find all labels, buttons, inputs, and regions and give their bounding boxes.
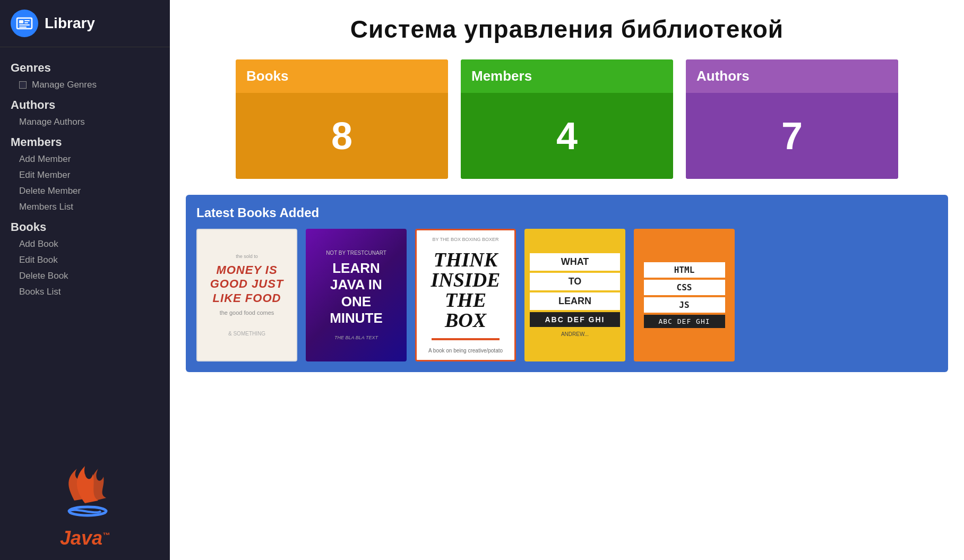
book3-line bbox=[432, 338, 500, 340]
latest-books-section: Latest Books Added the sold to MONEY IS … bbox=[186, 195, 948, 372]
book4-row-2: TO bbox=[530, 273, 620, 290]
nav-item-delete-member[interactable]: Delete Member bbox=[0, 183, 170, 199]
nav-item-members-list[interactable]: Members List bbox=[0, 199, 170, 215]
book4-author-sub: ANDREW... bbox=[561, 331, 589, 337]
svg-rect-1 bbox=[19, 20, 23, 23]
stats-section: Books 8 Members 4 Authors 7 bbox=[170, 54, 964, 195]
nav-item-manage-authors[interactable]: Manage Authors bbox=[0, 114, 170, 130]
nav-item-manage-genres[interactable]: Manage Genres bbox=[0, 77, 170, 93]
book-cover-2[interactable]: NOT BY TRESTCUNART LEARN JAVA IN ONE MIN… bbox=[306, 229, 407, 361]
book-cover-3[interactable]: BY THE BOX BOXING BOXER THINKINSIDETHE B… bbox=[415, 229, 516, 361]
stat-card-authors[interactable]: Authors 7 bbox=[686, 59, 898, 179]
nav-section-authors[interactable]: Authors bbox=[0, 93, 170, 114]
logo-icon bbox=[11, 10, 38, 37]
book2-pretitle: NOT BY TRESTCUNART bbox=[326, 250, 386, 256]
nav-item-edit-member[interactable]: Edit Member bbox=[0, 167, 170, 183]
stat-card-books-header: Books bbox=[236, 59, 448, 93]
book-cover-5[interactable]: HTML CSS JS ABC DEF GHI bbox=[634, 229, 735, 361]
book5-row-1: HTML bbox=[644, 262, 725, 278]
stat-members-count: 4 bbox=[556, 114, 578, 158]
nav-item-add-member[interactable]: Add Member bbox=[0, 151, 170, 167]
java-flame-svg bbox=[42, 453, 127, 527]
book4-row-1: WHAT bbox=[530, 253, 620, 271]
book5-author-dark: ABC DEF GHI bbox=[644, 315, 725, 328]
svg-rect-3 bbox=[24, 22, 28, 23]
stat-card-members-header: Members bbox=[461, 59, 673, 93]
nav-section-genres[interactable]: Genres bbox=[0, 56, 170, 77]
nav-item-add-book[interactable]: Add Book bbox=[0, 236, 170, 252]
nav-section-books[interactable]: Books bbox=[0, 215, 170, 236]
nav-item-books-list[interactable]: Books List bbox=[0, 284, 170, 300]
book1-subtitle: the good food comes bbox=[220, 309, 274, 316]
svg-rect-2 bbox=[24, 20, 30, 21]
stat-card-authors-body: 7 bbox=[686, 93, 898, 179]
book1-title: MONEY IS GOOD JUST LIKE FOOD bbox=[206, 263, 288, 305]
nav-section-members[interactable]: Members bbox=[0, 130, 170, 151]
sidebar-nav: Genres Manage Genres Authors Manage Auth… bbox=[0, 47, 170, 442]
book2-title: LEARN JAVA IN ONE MINUTE bbox=[314, 260, 398, 326]
book1-meta: the sold to bbox=[236, 254, 258, 259]
book4-author-dark: ABC DEF GHI bbox=[530, 312, 620, 327]
book5-row-3: JS bbox=[644, 297, 725, 313]
main-content: Система управления библиотекой Books 8 M… bbox=[170, 0, 964, 560]
stat-card-members[interactable]: Members 4 bbox=[461, 59, 673, 179]
nav-item-delete-book[interactable]: Delete Book bbox=[0, 268, 170, 284]
manage-genres-checkbox[interactable] bbox=[19, 81, 27, 89]
stat-card-books[interactable]: Books 8 bbox=[236, 59, 448, 179]
sidebar-java-logo: Java™ bbox=[0, 442, 170, 560]
svg-rect-4 bbox=[19, 24, 30, 25]
books-carousel: the sold to MONEY IS GOOD JUST LIKE FOOD… bbox=[196, 229, 937, 361]
latest-books-title: Latest Books Added bbox=[196, 205, 937, 220]
book3-subtitle: A book on being creative/potato bbox=[428, 348, 503, 354]
stat-card-books-body: 8 bbox=[236, 93, 448, 179]
stat-card-authors-header: Authors bbox=[686, 59, 898, 93]
stat-card-members-body: 4 bbox=[461, 93, 673, 179]
java-logo-text: Java™ bbox=[60, 527, 110, 549]
book3-pretitle: BY THE BOX BOXING BOXER bbox=[432, 237, 498, 242]
book5-row-2: CSS bbox=[644, 280, 725, 295]
book1-author: & SOMETHING bbox=[228, 331, 265, 337]
book-cover-4[interactable]: WHAT TO LEARN ABC DEF GHI ANDREW... bbox=[524, 229, 625, 361]
stat-authors-count: 7 bbox=[781, 114, 803, 158]
book3-title: THINKINSIDETHE BOX bbox=[423, 249, 508, 330]
main-header: Система управления библиотекой bbox=[170, 0, 964, 54]
nav-item-edit-book[interactable]: Edit Book bbox=[0, 252, 170, 268]
logo-title: Library bbox=[45, 15, 95, 32]
svg-rect-5 bbox=[19, 27, 27, 28]
book4-row-3: LEARN bbox=[530, 292, 620, 310]
page-title: Система управления библиотекой bbox=[191, 15, 943, 44]
sidebar-header: Library bbox=[0, 0, 170, 47]
stat-books-count: 8 bbox=[331, 114, 352, 158]
book2-footer: THE BLA BLA TEXT bbox=[334, 335, 378, 340]
sidebar: Library Genres Manage Genres Authors Man… bbox=[0, 0, 170, 560]
book-cover-1[interactable]: the sold to MONEY IS GOOD JUST LIKE FOOD… bbox=[196, 229, 297, 361]
